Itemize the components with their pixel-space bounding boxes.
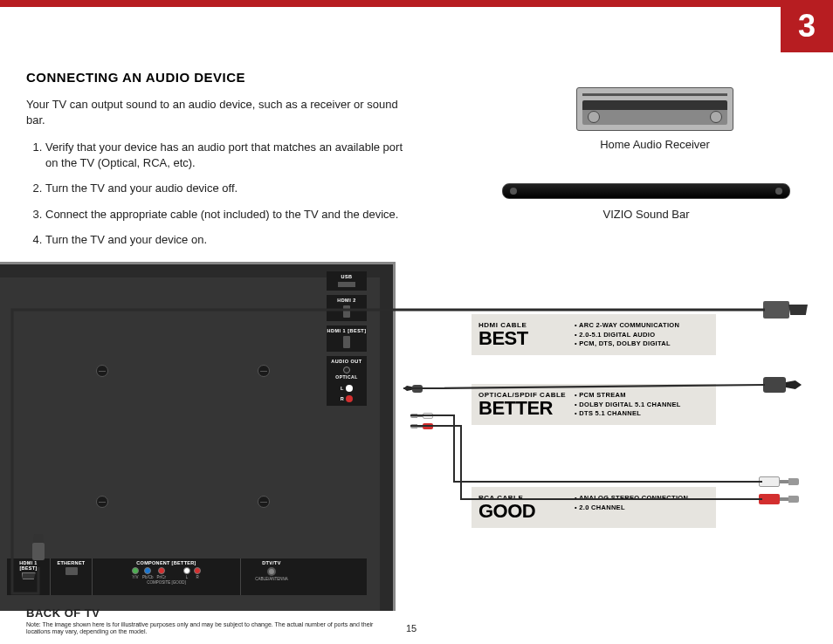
- port-sublabel: Pr/Cr: [157, 575, 167, 579]
- section-title: CONNECTING AN AUDIO DEVICE: [26, 70, 410, 85]
- ethernet-port: ETHERNET: [51, 558, 93, 595]
- feature-item: 2.0 CHANNEL: [579, 504, 624, 511]
- port-label: HDMI 2: [337, 298, 356, 303]
- rca-l-port: [346, 385, 353, 392]
- optical-plug-icon: [763, 375, 811, 394]
- port-label: OPTICAL: [335, 374, 357, 380]
- rca-plug-red-icon: [759, 493, 811, 505]
- soundbar-figure: VIZIO Sound Bar: [498, 183, 795, 221]
- hdmi-plug-icon: [763, 300, 811, 319]
- screw-icon: [258, 496, 270, 508]
- feature-item: DTS 5.1 CHANNEL: [579, 409, 641, 417]
- tv-back-panel: USB HDMI 2 HDMI 1 [BEST] AUDIO OUT OPTIC…: [0, 262, 396, 611]
- port-sublabel: CABLE/ANTENNA: [255, 577, 288, 581]
- port-label: HDMI 1 [BEST]: [327, 328, 367, 333]
- step-item: Connect the appropriate cable (not inclu…: [45, 207, 410, 223]
- screw-icon: [96, 365, 108, 377]
- receiver-figure: Home Audio Receiver: [559, 87, 751, 151]
- chapter-number: 3: [781, 0, 833, 52]
- cable-rating: BEST: [478, 327, 575, 350]
- usb-port: USB: [327, 271, 367, 291]
- optical-out-port: [343, 367, 350, 373]
- content-column: CONNECTING AN AUDIO DEVICE Your TV can o…: [26, 70, 410, 258]
- vertical-port-cluster: USB HDMI 2 HDMI 1 [BEST] AUDIO OUT OPTIC…: [327, 271, 367, 410]
- receiver-label: Home Audio Receiver: [559, 138, 751, 151]
- screw-icon: [96, 496, 108, 508]
- cable-box-good: RCA CABLE GOOD • ANALOG STEREO CONNECTIO…: [472, 487, 716, 528]
- port-label: USB: [341, 274, 352, 279]
- feature-item: DOLBY DIGITAL 5.1 CHANNEL: [579, 401, 680, 408]
- feature-item: 2.0-5.1 DIGITAL AUDIO: [579, 331, 655, 339]
- audio-out-section: AUDIO OUT OPTICAL L R: [327, 356, 367, 406]
- cable-rating: BETTER: [478, 397, 575, 420]
- cable-box-best: HDMI CABLE BEST • ARC 2-WAY COMMUNICATIO…: [472, 314, 716, 355]
- feature-item: ANALOG STEREO CONNECTION: [579, 494, 688, 502]
- screw-icon: [258, 365, 270, 377]
- step-list: Verify that your device has an audio por…: [26, 140, 410, 248]
- bottom-port-bar: HDMI 1 [BEST] ETHERNET COMPONENT [BETTER…: [7, 558, 367, 595]
- port-sublabel: L: [186, 575, 189, 579]
- port-sublabel: Y/V: [132, 575, 138, 579]
- cable-features: • ANALOG STEREO CONNECTION • 2.0 CHANNEL: [575, 494, 688, 512]
- footer-note: Note: The image shown here is for illust…: [26, 621, 393, 636]
- port-sublabel: R: [196, 575, 198, 579]
- rca-plug-white-icon: [759, 476, 811, 488]
- receiver-icon: [576, 87, 733, 131]
- port-sublabel: COMPOSITE [GOOD]: [147, 580, 186, 585]
- port-label: L: [341, 386, 344, 391]
- port-label: ETHERNET: [57, 560, 85, 565]
- cable-rating: GOOD: [478, 500, 575, 523]
- dtv-port: DTV/TV CABLE/ANTENNA: [241, 558, 302, 595]
- hdmi1-port: HDMI 1 [BEST]: [327, 325, 367, 352]
- cable-features: • PCM STREAM • DOLBY DIGITAL 5.1 CHANNEL…: [575, 391, 681, 419]
- soundbar-label: VIZIO Sound Bar: [498, 208, 795, 221]
- step-item: Verify that your device has an audio por…: [45, 140, 410, 170]
- cable-features: • ARC 2-WAY COMMUNICATION • 2.0-5.1 DIGI…: [575, 321, 679, 349]
- port-label: AUDIO OUT: [331, 359, 361, 364]
- section-intro: Your TV can output sound to an audio dev…: [26, 97, 410, 127]
- rca-r-port: [346, 395, 353, 402]
- step-item: Turn the TV and your audio device off.: [45, 181, 410, 196]
- feature-item: ARC 2-WAY COMMUNICATION: [579, 321, 679, 329]
- feature-item: PCM STREAM: [579, 391, 625, 399]
- port-label: R: [341, 396, 344, 401]
- component-ports: COMPONENT [BETTER] Y/V Pb/Cb Pr/Cr L R C…: [93, 558, 241, 595]
- feature-item: PCM, DTS, DOLBY DIGITAL: [579, 339, 671, 347]
- port-sublabel: Pb/Cb: [142, 575, 154, 579]
- step-item: Turn the TV and your device on.: [45, 232, 410, 248]
- port-label: COMPONENT [BETTER]: [136, 560, 196, 565]
- rca-plug-small-red-icon: [410, 422, 437, 429]
- header-red-bar: [0, 0, 833, 7]
- rca-plug-small-white-icon: [410, 412, 437, 419]
- hdmi-plug-icon: [31, 534, 45, 569]
- hdmi2-port: HDMI 2: [327, 295, 367, 321]
- soundbar-icon: [502, 183, 790, 199]
- back-of-tv-label: BACK OF TV: [26, 606, 100, 620]
- page-number-footer: 15: [406, 623, 416, 634]
- port-label: DTV/TV: [262, 560, 280, 565]
- cable-box-better: OPTICAL/SPDIF CABLE BETTER • PCM STREAM …: [472, 384, 716, 425]
- optical-plug-small-icon: [403, 384, 426, 393]
